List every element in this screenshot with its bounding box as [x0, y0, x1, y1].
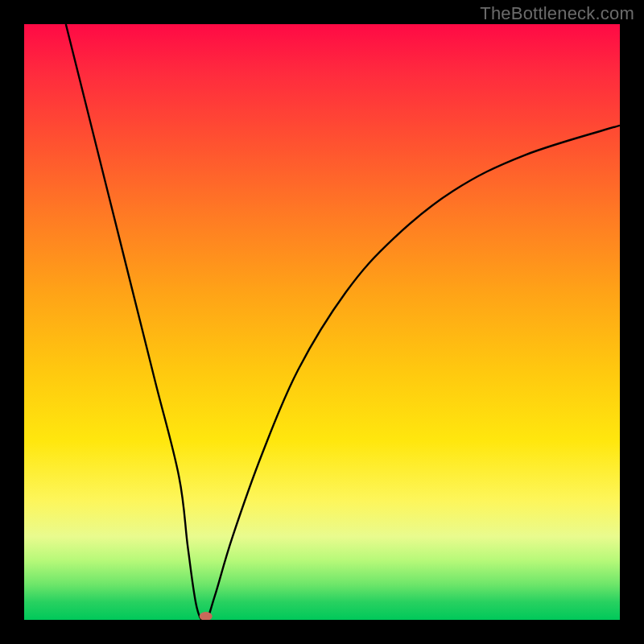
- chart-frame: TheBottleneck.com: [0, 0, 644, 644]
- plot-area: [24, 24, 620, 620]
- bottleneck-curve: [66, 24, 620, 620]
- watermark-text: TheBottleneck.com: [480, 3, 634, 24]
- chart-svg: [24, 24, 620, 620]
